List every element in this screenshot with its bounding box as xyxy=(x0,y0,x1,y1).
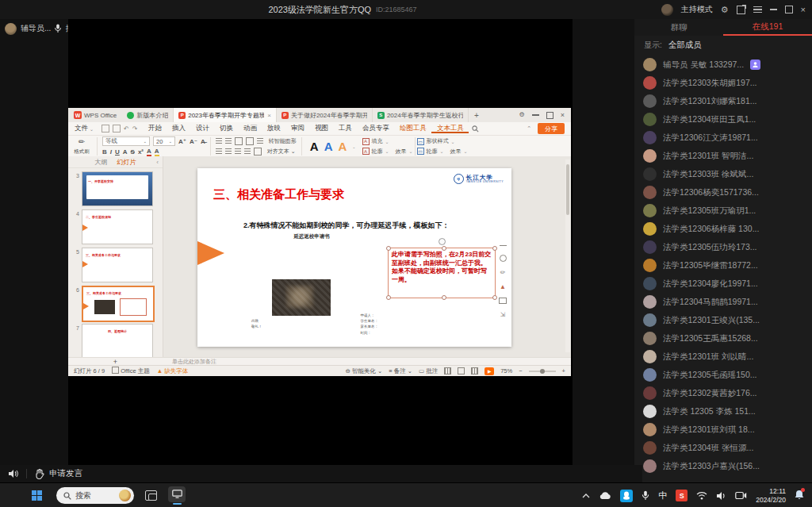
notification-bell-icon[interactable] xyxy=(795,489,804,503)
speaker-icon[interactable] xyxy=(8,469,18,478)
collapse-panel-icon[interactable]: ‹ xyxy=(156,159,159,166)
ribbon-tab[interactable]: 切换 xyxy=(214,124,238,132)
slides-tab[interactable]: 幻灯片 xyxy=(117,158,136,167)
zoom-out-button[interactable]: − xyxy=(519,367,522,374)
close-button[interactable]: × xyxy=(801,6,806,14)
share-button[interactable]: 分享 xyxy=(538,123,565,134)
rotate-handle[interactable] xyxy=(439,238,446,245)
member-list-item[interactable]: 法学类12303卢嘉兴(156... xyxy=(634,457,812,475)
request-speak-button[interactable]: 申请发言 xyxy=(35,468,82,479)
edit-pencil-icon[interactable]: ✏ xyxy=(500,269,507,276)
resize-handle[interactable] xyxy=(492,246,497,251)
wps-minimize-button[interactable] xyxy=(532,114,539,116)
member-list-item[interactable]: 法学类12302黄茜妙176... xyxy=(634,384,812,402)
align-right-icon[interactable] xyxy=(235,148,241,155)
wps-maximize-button[interactable] xyxy=(546,112,553,119)
outline-tab[interactable]: 大纲 xyxy=(95,158,108,167)
shadow-button[interactable]: A xyxy=(123,148,128,156)
maximize-button[interactable] xyxy=(785,6,793,13)
ribbon-tab[interactable]: 工具 xyxy=(333,124,357,132)
selected-note-textbox[interactable]: 此申请需手写拍照，在2月23日前交至副班处，由副班统一汇总于我。如果不能确定返校… xyxy=(388,248,496,298)
settings-gear-icon[interactable]: ⚙ xyxy=(721,6,729,14)
member-list-item[interactable]: 法学类12305班万瑜玥1... xyxy=(634,202,812,220)
member-list-item[interactable]: 法学类 12305 李炼 151... xyxy=(634,402,812,421)
search-icon[interactable] xyxy=(472,125,479,133)
justify-icon[interactable] xyxy=(244,148,251,155)
slideshow-play-button[interactable]: ▶ xyxy=(485,367,494,375)
italic-button[interactable]: I xyxy=(110,148,112,156)
normal-view-icon[interactable] xyxy=(444,367,451,374)
member-list-item[interactable]: 法学12306杨奕1571736... xyxy=(634,183,812,202)
text-effect-button[interactable]: 效果 xyxy=(396,148,407,156)
collapse-ribbon-icon[interactable]: ⌃ xyxy=(527,125,531,132)
text-preset-black[interactable]: A xyxy=(310,140,319,153)
numbered-list-icon[interactable] xyxy=(225,138,232,144)
comment-button[interactable]: ▭ 批注 xyxy=(419,367,438,375)
taskbar-search[interactable]: 搜索 xyxy=(56,487,134,504)
context-ribbon-tab[interactable]: 文本工具 xyxy=(431,124,469,133)
text-preset-blue[interactable]: A xyxy=(324,140,333,153)
video-device-icon[interactable] xyxy=(735,491,747,500)
qq-tray-icon[interactable] xyxy=(620,490,633,502)
increase-font-icon[interactable]: A⁺ xyxy=(178,138,186,145)
bullet-list-icon[interactable] xyxy=(216,138,222,144)
context-ribbon-tab[interactable]: 绘图工具 xyxy=(394,124,431,132)
redo-icon[interactable]: ↷ xyxy=(132,125,138,133)
file-menu[interactable]: 文件 ⌄ xyxy=(68,124,100,133)
indent-decrease-icon[interactable] xyxy=(235,137,243,145)
settings-icon[interactable] xyxy=(500,255,507,262)
zoom-level[interactable]: 75% xyxy=(500,367,512,374)
doc-tab-active[interactable]: P 2023年春季学期开学专题班会... × xyxy=(174,108,277,122)
display-filter-value[interactable]: 全部成员 xyxy=(668,40,702,51)
font-family-select[interactable]: 等线⌄ xyxy=(102,136,150,146)
member-list-item[interactable]: 辅导员 吴敏 133297... xyxy=(634,56,812,74)
tab-close-icon[interactable]: × xyxy=(267,112,271,119)
resize-handle[interactable] xyxy=(442,246,446,251)
new-tab-button[interactable]: + xyxy=(469,108,485,122)
canvas-scrollbar[interactable] xyxy=(565,159,570,352)
style-icon[interactable]: ▲ xyxy=(500,283,507,290)
zoom-slider[interactable] xyxy=(529,371,556,372)
member-list-item[interactable]: 法学12306江文涛19871... xyxy=(634,129,812,147)
tray-expand-chevron-icon[interactable] xyxy=(582,494,590,498)
ribbon-tab[interactable]: 设计 xyxy=(190,124,214,132)
shape-style-button[interactable]: ▭形状样式⌄ xyxy=(417,137,468,146)
zoom-in-button[interactable]: + xyxy=(562,367,565,374)
member-list-item[interactable]: 法学12305毕继雷18772... xyxy=(634,256,812,275)
resize-handle[interactable] xyxy=(386,246,391,251)
member-list-item[interactable]: 法学类12301班 智明洁... xyxy=(634,147,812,165)
font-color-button[interactable]: A xyxy=(147,148,151,156)
minimize-button[interactable] xyxy=(770,9,777,10)
smart-beautify-button[interactable]: ⊖ 智能美化 ⌄ xyxy=(345,367,382,375)
presenter-chip[interactable]: 辅导员... xyxy=(5,21,51,36)
sorter-view-icon[interactable] xyxy=(458,367,465,374)
wifi-icon[interactable] xyxy=(696,491,707,500)
save-icon[interactable] xyxy=(102,125,109,133)
shape-outline-button[interactable]: ▭轮廓⌄效果⌄ xyxy=(417,147,468,156)
ribbon-tab[interactable]: 开始 xyxy=(143,124,167,132)
align-center-icon[interactable] xyxy=(225,148,232,155)
ribbon-tab[interactable]: 视图 xyxy=(309,124,333,132)
ribbon-tab[interactable]: 会员专享 xyxy=(357,124,394,132)
textbox-icon[interactable] xyxy=(499,298,507,304)
format-painter-icon[interactable]: ✏ xyxy=(79,137,85,146)
host-mode-label[interactable]: 主持模式 xyxy=(681,4,713,15)
doc-tab-sheet[interactable]: S 2024年春季学期学生返校行程统... xyxy=(373,108,469,122)
member-list-item[interactable]: 法学类12305伍玏玲173... xyxy=(634,238,812,256)
active-app-button[interactable] xyxy=(168,486,186,505)
clear-format-icon[interactable]: A̶ xyxy=(201,138,205,145)
member-list-item[interactable]: 法学类12303班 徐斌斌... xyxy=(634,165,812,183)
line-spacing-icon[interactable] xyxy=(257,138,263,144)
mic-tray-icon[interactable] xyxy=(642,490,649,501)
orange-triangle-shape[interactable] xyxy=(197,241,224,265)
slide-thumb-5[interactable]: 5 三、相关准备工作与要求 xyxy=(71,248,161,282)
member-list-item[interactable]: 法学类12304廖化19971... xyxy=(634,275,812,293)
application-doc-image[interactable]: 延迟返校申请书 此致 敬礼！ 申请人： 学生签名： 家长签名： 时间： xyxy=(243,233,380,344)
superscript-button[interactable]: x² xyxy=(138,148,144,156)
smart-graphic-button[interactable]: 转智能图形 xyxy=(269,137,297,145)
member-list-item[interactable]: 法学类12304班 张恒源... xyxy=(634,439,812,457)
shape-effect-button[interactable]: 效果 xyxy=(450,148,462,156)
format-painter-label[interactable]: 格式刷 xyxy=(74,148,90,156)
missing-font-warning[interactable]: ▲ 缺失字体 xyxy=(157,367,189,375)
member-list-item[interactable]: 法学12304马鹊鹊19971... xyxy=(634,293,812,311)
